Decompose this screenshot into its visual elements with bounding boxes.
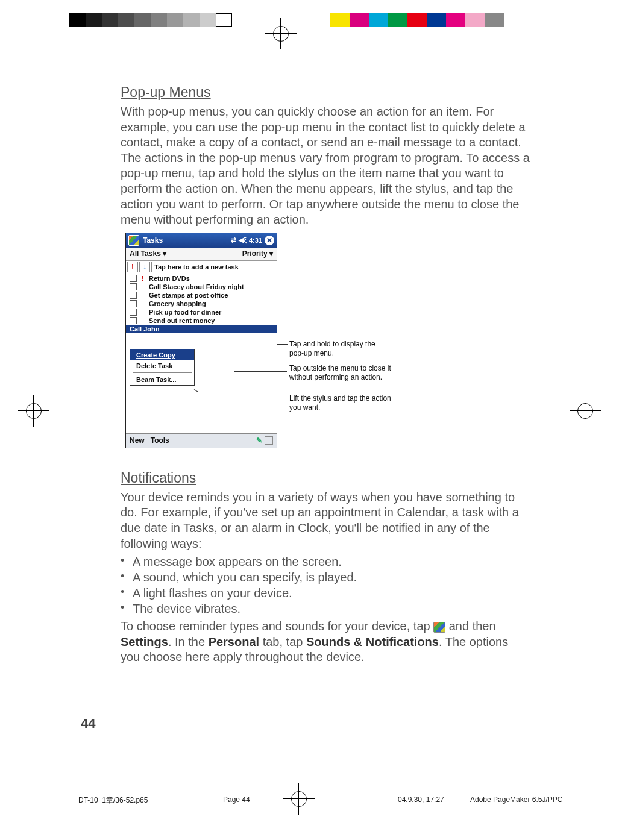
- popup-item-beam-task[interactable]: Beam Task...: [130, 374, 194, 385]
- section-title-notifications: Notifications: [121, 470, 530, 486]
- color-swatch: [151, 13, 167, 27]
- app-title: Tasks: [143, 236, 231, 245]
- callout-line: [234, 371, 287, 372]
- text: and then: [445, 619, 495, 633]
- checkbox-icon[interactable]: [130, 275, 137, 282]
- sip-up-icon[interactable]: [265, 436, 273, 445]
- page-number: 44: [81, 716, 95, 732]
- color-swatch: [102, 13, 118, 27]
- bottom-bar: New Tools ✎: [126, 433, 277, 448]
- color-swatch: [69, 13, 86, 27]
- task-item-selected[interactable]: Call John: [126, 325, 277, 333]
- footer: DT-10_1章/36-52.p65 Page 44 04.9.30, 17:2…: [0, 783, 619, 815]
- color-swatch: [330, 13, 350, 27]
- registration-mark: [265, 18, 297, 49]
- footer-date: 04.9.30, 17:27: [398, 795, 444, 804]
- color-swatch: [446, 13, 465, 27]
- status-icons: ⇄ ◀ξ 4:31 ✕: [231, 236, 274, 245]
- priority-marker: !: [142, 275, 148, 282]
- color-swatch: [86, 13, 102, 27]
- tools-button[interactable]: Tools: [151, 436, 169, 445]
- list-item: A message box appears on the screen.: [121, 554, 530, 569]
- task-label: Grocery shopping: [149, 300, 206, 307]
- notifications-tail: To choose reminder types and sounds for …: [121, 619, 530, 665]
- clock-time: 4:31: [249, 237, 262, 244]
- tasks-screenshot: Tasks ⇄ ◀ξ 4:31 ✕ All Tasks ▾ Priority ▾…: [125, 233, 403, 456]
- section-intro-notifications: Your device reminds you in a variety of …: [121, 490, 530, 551]
- color-swatch: [134, 13, 151, 27]
- footer-file: DT-10_1章/36-52.p65: [78, 795, 148, 806]
- task-label: Send out rent money: [149, 317, 215, 324]
- task-item[interactable]: !Return DVDs: [126, 274, 277, 283]
- checkbox-icon[interactable]: [130, 283, 137, 290]
- device-screen: Tasks ⇄ ◀ξ 4:31 ✕ All Tasks ▾ Priority ▾…: [125, 233, 277, 448]
- callout-lift-stylus: Lift the stylus and tap the action you w…: [289, 394, 392, 412]
- popup-menu: Create Copy Delete Task Beam Task...: [130, 349, 195, 386]
- section-body-popup-menus: With pop-up menus, you can quickly choos…: [121, 104, 530, 228]
- color-swatch: [427, 13, 446, 27]
- footer-page: Page 44: [223, 795, 250, 804]
- color-swatch: [388, 13, 407, 27]
- color-swatch: [407, 13, 427, 27]
- text: . In the: [168, 635, 209, 648]
- start-icon[interactable]: [128, 235, 139, 246]
- section-title-popup-menus: Pop-up Menus: [121, 84, 530, 101]
- list-item: A sound, which you can specify, is playe…: [121, 569, 530, 585]
- priority-low-icon[interactable]: ↓: [139, 262, 150, 272]
- task-label: Return DVDs: [149, 275, 190, 282]
- registration-mark-right: [570, 395, 601, 427]
- add-task-row: ! ↓ Tap here to add a new task: [126, 261, 277, 274]
- callout-tap-hold: Tap and hold to display the pop-up menu.: [289, 340, 392, 358]
- add-task-input[interactable]: Tap here to add a new task: [151, 262, 275, 272]
- text: tab, tap: [259, 635, 306, 648]
- sounds-notifications-label: Sounds & Notifications: [306, 635, 439, 648]
- task-list: !Return DVDsCall Stacey about Friday nig…: [126, 274, 277, 325]
- list-item: The device vibrates.: [121, 601, 530, 616]
- checkbox-icon[interactable]: [130, 309, 137, 316]
- footer-app: Adobe PageMaker 6.5J/PPC: [470, 795, 562, 804]
- settings-label: Settings: [121, 635, 168, 648]
- notifications-bullet-list: A message box appears on the screen.A so…: [121, 554, 530, 616]
- color-swatch: [465, 13, 485, 27]
- registration-mark-bottom: [283, 783, 315, 815]
- print-calibration-bar: [0, 13, 619, 27]
- callout-line: [277, 344, 288, 345]
- task-item[interactable]: Pick up food for dinner: [126, 308, 277, 316]
- task-label: Pick up food for dinner: [149, 309, 221, 316]
- task-item[interactable]: Get stamps at post office: [126, 291, 277, 299]
- connectivity-icon: ⇄: [231, 236, 236, 244]
- color-swatch: [350, 13, 369, 27]
- task-item[interactable]: Call Stacey about Friday night: [126, 283, 277, 291]
- task-label: Call John: [130, 325, 160, 333]
- text: To choose reminder types and sounds for …: [121, 619, 433, 633]
- task-label: Call Stacey about Friday night: [149, 283, 244, 290]
- color-swatch: [485, 13, 504, 27]
- color-swatch: [216, 13, 232, 27]
- color-swatch: [369, 13, 388, 27]
- color-swatch: [167, 13, 183, 27]
- checkbox-icon[interactable]: [130, 292, 137, 299]
- close-icon[interactable]: ✕: [265, 236, 274, 245]
- page-content: Pop-up Menus With pop-up menus, you can …: [121, 84, 530, 668]
- registration-mark-left: [18, 395, 49, 427]
- list-item: A light flashes on your device.: [121, 585, 530, 601]
- filter-row: All Tasks ▾ Priority ▾: [126, 248, 277, 261]
- callout-tap-outside: Tap outside the menu to close it without…: [289, 364, 401, 382]
- filter-priority[interactable]: Priority ▾: [242, 249, 273, 258]
- popup-item-create-copy[interactable]: Create Copy: [130, 349, 194, 360]
- task-label: Get stamps at post office: [149, 292, 228, 299]
- titlebar: Tasks ⇄ ◀ξ 4:31 ✕: [126, 233, 277, 248]
- popup-separator: [133, 372, 192, 373]
- popup-item-delete-task[interactable]: Delete Task: [130, 360, 194, 371]
- checkbox-icon[interactable]: [130, 317, 137, 324]
- priority-high-icon[interactable]: !: [127, 262, 138, 272]
- color-swatch: [200, 13, 216, 27]
- task-item[interactable]: Send out rent money: [126, 316, 277, 325]
- task-item[interactable]: Grocery shopping: [126, 299, 277, 308]
- new-button[interactable]: New: [130, 436, 145, 445]
- color-swatch: [118, 13, 134, 27]
- sip-pen-icon[interactable]: ✎: [256, 436, 262, 445]
- volume-icon: ◀ξ: [239, 236, 247, 244]
- checkbox-icon[interactable]: [130, 300, 137, 307]
- filter-all-tasks[interactable]: All Tasks ▾: [130, 249, 166, 258]
